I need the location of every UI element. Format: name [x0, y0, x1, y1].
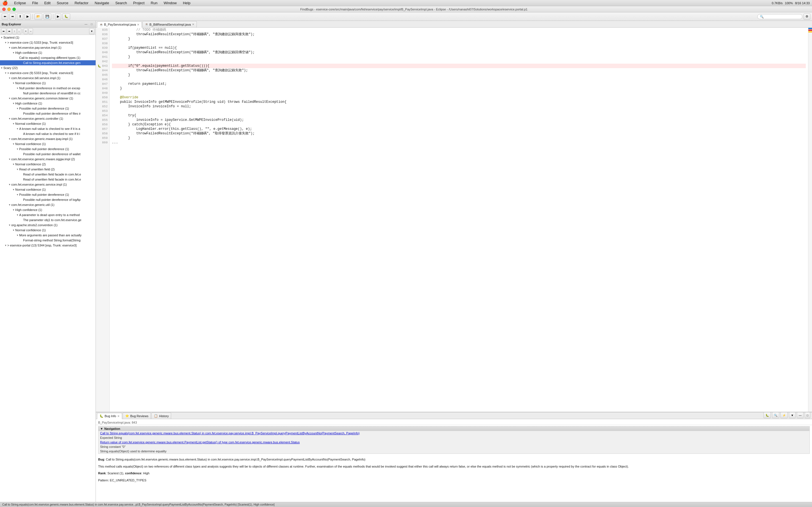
bug-info-panel-maximize[interactable]: □ — [805, 412, 810, 418]
menu-file[interactable]: File — [31, 0, 39, 6]
tree-item[interactable]: ▼Normal confidence (1) — [0, 80, 96, 86]
bug-toolbar-btn-5[interactable]: + — [24, 28, 28, 34]
bug-toolbar-btn-4[interactable]: ↓ — [17, 28, 21, 34]
line-number: 854 — [98, 113, 108, 118]
tab-history[interactable]: 📋 History — [151, 413, 171, 419]
tree-item[interactable]: ▼> eservice-core (9) 5333 [esp, Trunk: e… — [0, 70, 96, 75]
tree-item[interactable]: Null pointer dereference of resentBill i… — [0, 91, 96, 96]
apple-menu[interactable]: 🍎 — [2, 0, 8, 6]
bug-explorer-maximize[interactable]: □ — [89, 22, 94, 26]
close-button[interactable] — [2, 8, 6, 11]
bug-info-btn-3[interactable]: ⚡ — [780, 412, 788, 418]
tree-item[interactable]: ▼org.apache.struts2.convention (1) — [0, 223, 96, 228]
tree-item[interactable]: ▼Normal confidence (1) — [0, 187, 96, 192]
navigation-header[interactable]: ▼ Navigation — [98, 427, 809, 431]
tree-item[interactable]: Read of unwritten field facade in com.fe… — [0, 172, 96, 177]
tab-bug-reviews[interactable]: ⭐ Bug Reviews — [123, 413, 151, 419]
tree-item[interactable]: Read of unwritten field facade in com.fe… — [0, 177, 96, 182]
menu-eclipse[interactable]: Eclipse — [13, 0, 27, 6]
tree-item[interactable]: ▼com.fet.eservice.bill.service.impl (1) — [0, 75, 96, 80]
toolbar-btn-1[interactable]: ⬅ — [2, 13, 8, 20]
tree-item[interactable]: ▼More arguments are passed than are actu… — [0, 233, 96, 238]
tab-bill-resend-service[interactable]: ☕ B_BillResendServiceImpl.java ✕ — [142, 21, 197, 27]
menu-run[interactable]: Run — [150, 0, 159, 6]
run-button[interactable]: ▶ — [55, 13, 61, 20]
toolbar-btn-5[interactable]: 📂 — [35, 13, 42, 20]
bug-info-panel-minimize[interactable]: — — [797, 412, 804, 418]
menu-project[interactable]: Project — [132, 0, 146, 6]
tree-item[interactable]: ▼com.fet.eservice.generic.util (1) — [0, 202, 96, 207]
bug-info-close[interactable]: ✕ — [117, 414, 119, 418]
bug-toolbar-btn-1[interactable]: ⬅ — [1, 28, 6, 34]
line-number: 852 — [98, 104, 108, 109]
tree-item[interactable]: ▼Normal confidence (1) — [0, 142, 96, 147]
tree-item[interactable]: ▼Null pointer dereference in method on e… — [0, 86, 96, 91]
tree-item[interactable]: Possible null pointer dereference of log… — [0, 197, 96, 202]
tree-item[interactable]: ▼Possible null pointer dereference (1) — [0, 106, 96, 111]
menu-search[interactable]: Search — [114, 0, 128, 6]
bug-toolbar-btn-3[interactable]: ↑ — [12, 28, 17, 34]
nav-item-1[interactable]: Call to String.equals(com.fet.eservice.g… — [98, 431, 809, 436]
bug-toolbar-btn-2[interactable]: ➡ — [7, 28, 12, 34]
tab-pay-service-impl[interactable]: ☕ B_PayServiceImpl.java ✕ — [97, 21, 142, 27]
tab-bug-info[interactable]: 🐛 Bug Info ✕ — [97, 413, 122, 419]
tree-item[interactable]: Call to String.equals(com.fet.eservice.g… — [0, 60, 96, 65]
line-number-text: 843 — [102, 64, 108, 68]
maximize-button[interactable] — [12, 8, 16, 11]
code-line — [112, 59, 806, 64]
bug-toolbar-btn-7[interactable]: ▼ — [89, 28, 94, 34]
tree-item[interactable]: Format-string method String.format(Strin… — [0, 238, 96, 243]
toolbar-btn-4[interactable]: ▶ — [24, 13, 31, 20]
toolbar-btn-3[interactable]: ⬆ — [17, 13, 23, 20]
tree-item[interactable]: ▼com.fet.eservice.pay.service.impl (1) — [0, 45, 96, 50]
tree-item[interactable]: Possible null pointer dereference of fil… — [0, 111, 96, 116]
menu-source[interactable]: Source — [56, 0, 69, 6]
toolbar-btn-6[interactable]: 💾 — [43, 13, 51, 20]
toolbar-search[interactable] — [757, 14, 802, 19]
line-number-text: 844 — [102, 68, 108, 73]
tree-item[interactable]: ▼> eservice-portal (13) 5344 [esp, Trunk… — [0, 243, 96, 248]
tab-close-btn-2[interactable]: ✕ — [192, 23, 194, 26]
bug-toolbar-btn-6[interactable]: − — [29, 28, 33, 34]
tree-item-label: Null pointer dereference in method on ex… — [19, 87, 94, 90]
tree-item[interactable]: ▼Normal confidence (1) — [0, 228, 96, 233]
tree-item[interactable]: ▼A parameter is dead upon entry to a met… — [0, 212, 96, 217]
tree-item[interactable]: A known null value is checked to see if … — [0, 131, 96, 136]
menu-refactor[interactable]: Refactor — [73, 0, 89, 6]
menu-navigate[interactable]: Navigate — [94, 0, 110, 6]
nav-item-3[interactable]: Return value of com.fet.eservice.generic… — [98, 440, 809, 445]
debug-button[interactable]: 🐛 — [62, 13, 70, 20]
tree-item[interactable]: ▼com.fet.eservice.generic.common.listene… — [0, 96, 96, 101]
tree-item[interactable]: ▼Scary (22) — [0, 65, 96, 70]
menu-window[interactable]: Window — [162, 0, 177, 6]
tree-item[interactable]: ▼com.fet.eservice.generic.service.impl (… — [0, 182, 96, 187]
tree-item[interactable]: ▼> eservice-core (1) 5333 [esp, Trunk: e… — [0, 40, 96, 45]
toolbar-btn-2[interactable]: ➡ — [9, 13, 16, 20]
menu-edit[interactable]: Edit — [43, 0, 52, 6]
tree-item[interactable]: ▼High confidence (1) — [0, 50, 96, 55]
tree-item[interactable]: ▼High confidence (1) — [0, 101, 96, 106]
bug-explorer-minimize[interactable]: — — [84, 22, 88, 26]
tree-item[interactable]: Call to equals() comparing different typ… — [0, 55, 96, 60]
tree-item[interactable]: ▼Normal confidence (2) — [0, 162, 96, 167]
tree-item[interactable]: ▼Possible null pointer dereference (1) — [0, 147, 96, 152]
toolbar-end-btn[interactable]: ⚙ — [804, 13, 810, 20]
menu-help[interactable]: Help — [182, 0, 192, 6]
bug-info-btn-1[interactable]: 🐛 — [763, 412, 771, 418]
tree-item[interactable]: ▼Normal confidence (1) — [0, 121, 96, 126]
bug-tree[interactable]: ▼Scariest (1)▼> eservice-core (1) 5333 [… — [0, 35, 96, 502]
tree-item[interactable]: ▼A known null value is checked to see if… — [0, 126, 96, 131]
tree-item[interactable]: ▼com.fet.eservice.generic.controller (1) — [0, 116, 96, 121]
bug-info-minimize[interactable]: ▼ — [789, 412, 796, 418]
tab-close-btn[interactable]: ✕ — [137, 23, 139, 26]
bug-info-btn-2[interactable]: 🔍 — [772, 412, 779, 418]
tree-item[interactable]: ▼Possible null pointer dereference (1) — [0, 192, 96, 197]
tree-item[interactable]: ▼Read of unwritten field (2) — [0, 167, 96, 172]
tree-item[interactable]: ▼com.fet.eservice.generic.mware.ipay.imp… — [0, 136, 96, 142]
tree-item[interactable]: The parameter obj1 to com.fet.eservice.g… — [0, 217, 96, 223]
tree-item[interactable]: ▼High confidence (1) — [0, 207, 96, 212]
tree-item[interactable]: Possible null pointer dereference of wal… — [0, 152, 96, 157]
minimize-button[interactable] — [7, 8, 11, 11]
tree-item[interactable]: ▼Scariest (1) — [0, 35, 96, 40]
tree-item[interactable]: ▼com.fet.eservice.generic.mware.siggw.im… — [0, 157, 96, 162]
